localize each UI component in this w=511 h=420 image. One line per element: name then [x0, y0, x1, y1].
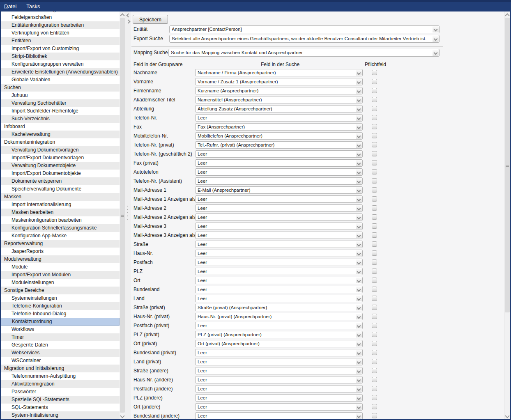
sidebar-item-konfiguration-app-maske[interactable]: Konfiguration App-Maske — [1, 232, 120, 240]
suche-field-select[interactable]: Leer — [195, 277, 363, 284]
dropdown-button[interactable] — [356, 232, 362, 238]
pflichtfeld-checkbox[interactable] — [372, 70, 377, 75]
panel-splitter[interactable] — [125, 11, 131, 419]
dropdown-button[interactable] — [356, 79, 362, 85]
suche-field-select[interactable]: Ort (privat) (Ansprechpartner) — [195, 340, 363, 347]
pflichtfeld-checkbox[interactable] — [372, 196, 377, 202]
sidebar-item-konfiguration-schnellerfassungsmaske[interactable]: Konfiguration Schnellerfassungsmaske — [1, 224, 120, 232]
dropdown-button[interactable] — [356, 241, 362, 247]
pflichtfeld-checkbox[interactable] — [372, 79, 377, 84]
sidebar-item-timer[interactable]: Timer — [1, 333, 120, 341]
pflichtfeld-checkbox[interactable] — [372, 97, 377, 102]
suche-field-select[interactable]: Leer — [195, 412, 363, 419]
sidebar-item-masken-bearbeiten[interactable]: Masken bearbeiten — [1, 209, 120, 216]
dropdown-button[interactable] — [356, 296, 362, 301]
sidebar-item-aktivitätenmigration[interactable]: Aktivitätenmigration — [1, 380, 120, 388]
pflichtfeld-checkbox[interactable] — [372, 250, 377, 256]
menu-datei[interactable]: Datei — [4, 3, 16, 11]
dropdown-button[interactable] — [356, 70, 362, 76]
sidebar-item-import-suchfelder-reihenfolge[interactable]: Import Suchfelder-Reihenfolge — [1, 107, 120, 115]
pflichtfeld-checkbox[interactable] — [372, 214, 377, 220]
suche-field-select[interactable]: Leer — [195, 259, 363, 266]
dropdown-button[interactable] — [356, 395, 362, 401]
suche-field-select[interactable]: Leer — [195, 114, 363, 122]
suche-field-select[interactable]: Leer — [195, 385, 363, 392]
suche-field-select[interactable]: Leer — [195, 232, 363, 239]
export-search-select[interactable]: Selektiert alle Ansprechpartner eines Ge… — [169, 35, 440, 43]
pflichtfeld-checkbox[interactable] — [372, 413, 377, 418]
suche-field-select[interactable]: Leer — [195, 394, 363, 402]
sidebar-item-masken[interactable]: Masken — [1, 193, 120, 201]
sidebar-item-skript-bibliothek[interactable]: Skript-Bibliothek — [1, 53, 120, 60]
sidebar-item-jasperreports[interactable]: JasperReports — [1, 248, 120, 255]
suche-field-select[interactable]: Nachname / Firma (Ansprechpartner) — [195, 69, 363, 76]
pflichtfeld-checkbox[interactable] — [372, 395, 377, 400]
dropdown-button[interactable] — [356, 169, 362, 175]
dropdown-button[interactable] — [356, 106, 362, 112]
suche-field-select[interactable]: Leer — [195, 250, 363, 257]
sidebar-item-import-export-dokumentobjekte[interactable]: Import/Export Dokumentobjekte — [1, 170, 120, 177]
sidebar-scrollbar[interactable] — [120, 11, 125, 419]
mapping-search-select[interactable]: Suche für das Mapping zwischen Kontakt u… — [168, 49, 440, 57]
pflichtfeld-checkbox[interactable] — [372, 296, 377, 301]
suche-field-select[interactable]: Leer — [195, 213, 363, 221]
suche-field-select[interactable]: Leer — [195, 204, 363, 212]
sidebar-item-migration-und-initialisierung[interactable]: Migration und Initialisierung — [1, 365, 120, 372]
pflichtfeld-checkbox[interactable] — [372, 205, 377, 211]
dropdown-button[interactable] — [356, 142, 362, 148]
pflichtfeld-checkbox[interactable] — [372, 169, 377, 174]
dropdown-button[interactable] — [433, 36, 439, 42]
dropdown-button[interactable] — [356, 115, 362, 121]
pflichtfeld-checkbox[interactable] — [372, 269, 377, 274]
dropdown-button[interactable] — [356, 413, 362, 419]
dropdown-button[interactable] — [356, 377, 362, 383]
dropdown-button[interactable] — [356, 404, 362, 410]
sidebar-item-such-verzeichnis[interactable]: Such-Verzeichnis — [1, 115, 120, 123]
dropdown-button[interactable] — [356, 350, 362, 356]
sidebar-item-import-export-von-modulen[interactable]: Import/Export von Modulen — [1, 271, 120, 279]
pflichtfeld-checkbox[interactable] — [372, 88, 377, 93]
dropdown-button[interactable] — [356, 259, 362, 265]
suche-field-select[interactable]: Kurzname (Ansprechpartner) — [195, 87, 363, 94]
sidebar-item-spezielle-sql-statements[interactable]: Spezielle SQL-Statements — [1, 396, 120, 404]
dropdown-button[interactable] — [356, 359, 362, 365]
dropdown-button[interactable] — [356, 196, 362, 202]
dropdown-button[interactable] — [356, 341, 362, 347]
suche-field-select[interactable]: Haus-Nr. (privat) (Ansprechpartner) — [195, 313, 363, 320]
dropdown-button[interactable] — [356, 323, 362, 328]
pflichtfeld-checkbox[interactable] — [372, 124, 377, 129]
menu-tasks[interactable]: Tasks — [26, 3, 40, 11]
suche-field-select[interactable]: Leer — [195, 403, 363, 411]
entity-select[interactable]: Ansprechpartner [ContactPerson] — [169, 25, 440, 33]
dropdown-button[interactable] — [356, 124, 362, 130]
dropdown-button[interactable] — [356, 250, 362, 256]
dropdown-button[interactable] — [356, 368, 362, 374]
suche-field-select[interactable]: Tel.-Rufnr. (privat) (Ansprechpartner) — [195, 141, 363, 149]
sidebar-item-dokumentenintegration[interactable]: Dokumentenintegration — [1, 138, 120, 146]
sidebar-item-konfigurationsgruppen-verwalten[interactable]: Konfigurationsgruppen verwalten — [1, 60, 120, 68]
suche-field-select[interactable]: Leer — [195, 241, 363, 248]
sidebar-item-reportverwaltung[interactable]: Reportverwaltung — [1, 240, 120, 248]
pflichtfeld-checkbox[interactable] — [372, 323, 377, 328]
sidebar-item-globale-variablen[interactable]: Globale Variablen — [1, 76, 120, 84]
pflichtfeld-checkbox[interactable] — [372, 106, 377, 111]
sidebar-item-wscontainer[interactable]: WSContainer — [1, 357, 120, 365]
sidebar-item-gesperrte-daten[interactable]: Gesperrte Daten — [1, 341, 120, 349]
dropdown-button[interactable] — [356, 160, 362, 166]
sidebar-item-dokumente-entsperren[interactable]: Dokumente entsperren — [1, 177, 120, 185]
sidebar-item-kontaktzuordnung[interactable]: Kontaktzuordnung — [1, 318, 120, 326]
pflichtfeld-checkbox[interactable] — [372, 332, 377, 337]
sidebar-item-maskenkonfiguration-bearbeiten[interactable]: Maskenkonfiguration bearbeiten — [1, 216, 120, 224]
sidebar-item-telefonie-konfiguration[interactable]: Telefonie-Konfiguration — [1, 302, 120, 310]
pflichtfeld-checkbox[interactable] — [372, 341, 377, 346]
dropdown-button[interactable] — [356, 223, 362, 229]
sidebar-item-erweiterte-einstellungen-anwendungsvariablen[interactable]: Erweiterte Einstellungen (Anwendungsvari… — [1, 68, 120, 76]
splitter-collapse-arrows[interactable] — [126, 12, 130, 26]
sidebar-item-feldeigenschaften[interactable]: Feldeigenschaften — [1, 14, 120, 21]
sidebar-item-juhuuu[interactable]: Juhuuu — [1, 92, 120, 99]
suche-field-select[interactable]: Leer — [195, 322, 363, 329]
suche-field-select[interactable]: Leer — [195, 195, 363, 203]
pflichtfeld-checkbox[interactable] — [372, 259, 377, 265]
dropdown-button[interactable] — [433, 50, 439, 56]
dropdown-button[interactable] — [356, 133, 362, 139]
